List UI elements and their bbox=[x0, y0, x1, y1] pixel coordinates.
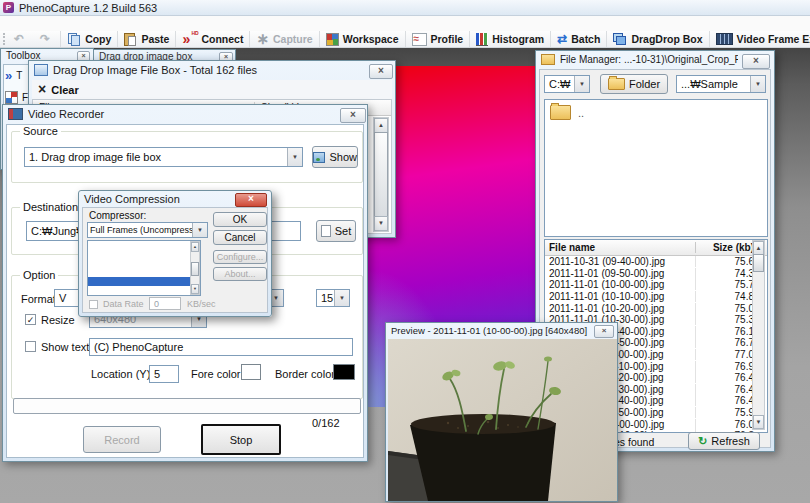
resize-checkbox[interactable] bbox=[25, 314, 36, 325]
codec-scroll-up-icon[interactable] bbox=[191, 242, 199, 252]
data-rate-field[interactable]: 0 bbox=[149, 297, 181, 310]
show-button[interactable]: Show bbox=[312, 146, 358, 168]
video-compression-dialog: Video Compression Compressor: Full Frame… bbox=[78, 190, 272, 317]
scroll-down-icon[interactable] bbox=[374, 216, 388, 231]
preview-close-button[interactable] bbox=[594, 325, 614, 338]
scroll-thumb[interactable] bbox=[374, 132, 388, 219]
ok-button[interactable]: OK bbox=[213, 212, 267, 227]
about-button[interactable]: About... bbox=[213, 267, 267, 281]
toolbar-button[interactable]: Video Frame Extraction bbox=[709, 31, 810, 47]
video-recorder-close-button[interactable] bbox=[340, 108, 366, 123]
preview-image bbox=[388, 339, 617, 501]
data-rate-checkbox[interactable] bbox=[89, 300, 98, 309]
app-titlebar[interactable]: PhenoCapture 1.2 Build 563 bbox=[0, 0, 810, 16]
refresh-button[interactable]: Refresh bbox=[688, 432, 760, 450]
file-manager-close-button[interactable] bbox=[742, 54, 770, 69]
toolbar-button[interactable]: Batch bbox=[550, 31, 606, 47]
toolbar-button[interactable]: Paste bbox=[117, 31, 175, 47]
toolbar-button[interactable]: Workspace bbox=[319, 31, 405, 47]
file-row[interactable]: 2011-11-01 (10-20-00).jpg 75.0 bbox=[545, 302, 767, 314]
file-scroll-up-icon[interactable] bbox=[753, 241, 764, 255]
toolbar-button[interactable]: Copy bbox=[60, 31, 117, 47]
data-rate-label: Data Rate bbox=[103, 299, 144, 309]
toolbar-button[interactable]: Profile bbox=[405, 31, 470, 47]
file-table-scrollbar[interactable] bbox=[752, 240, 765, 430]
fps-value: 15 bbox=[321, 292, 333, 304]
file-scroll-down-icon[interactable] bbox=[753, 415, 764, 429]
file-manager-titlebar[interactable]: File Manager: ...-10-31)\Original_Crop_R… bbox=[536, 51, 774, 68]
toolbar-button[interactable] bbox=[8, 31, 34, 47]
clear-button[interactable]: Clear bbox=[51, 84, 79, 96]
compressor-label: Compressor: bbox=[89, 210, 146, 221]
cancel-button[interactable]: Cancel bbox=[213, 230, 267, 245]
file-row[interactable]: 2011-10-31 (09-40-00).jpg 75.6 bbox=[545, 256, 767, 268]
image-box-icon bbox=[34, 64, 48, 76]
clear-x-icon bbox=[38, 83, 46, 96]
toolbar-button[interactable]: Connect bbox=[175, 31, 249, 47]
compressor-select[interactable]: Full Frames (Uncompressed) bbox=[87, 222, 208, 238]
dragdrop-filebox-toolbar: Clear bbox=[32, 80, 392, 100]
source-select[interactable]: 1. Drag drop image file box bbox=[24, 147, 303, 167]
file-row[interactable]: 2011-11-01 (10-00-00).jpg 75.7 bbox=[545, 279, 767, 291]
border-color-swatch[interactable] bbox=[333, 364, 355, 380]
toolbar-button[interactable]: Histogram bbox=[469, 31, 550, 47]
video-recorder-titlebar[interactable]: Video Recorder bbox=[3, 105, 367, 122]
codec-item[interactable] bbox=[88, 286, 200, 295]
dragdrop-filebox-titlebar[interactable]: Drag Drop Image File Box - Total 162 fil… bbox=[29, 61, 395, 79]
drive-select[interactable]: C:₩ bbox=[544, 75, 590, 93]
toolbox-tool[interactable]: F bbox=[5, 91, 28, 104]
codec-item[interactable] bbox=[88, 241, 200, 250]
show-text-field[interactable]: (C) PhenoCapture bbox=[89, 338, 353, 356]
plant-photo bbox=[388, 339, 617, 501]
toolbox-tool[interactable]: T bbox=[5, 68, 28, 83]
video-recorder-title: Video Recorder bbox=[28, 108, 104, 120]
location-y-field[interactable]: 5 bbox=[149, 365, 179, 383]
fore-color-swatch[interactable] bbox=[241, 364, 261, 380]
toolbar-grip bbox=[3, 33, 5, 45]
file-row[interactable]: 2011-11-01 (09-50-00).jpg 74.3 bbox=[545, 268, 767, 280]
video-frame-icon bbox=[716, 33, 733, 45]
fore-color-label: Fore color bbox=[191, 368, 241, 380]
video-compression-close-button[interactable] bbox=[235, 193, 267, 207]
stop-button[interactable]: Stop bbox=[201, 424, 281, 455]
compressor-value: Full Frames (Uncompressed) bbox=[90, 225, 207, 235]
codec-scroll-down-icon[interactable] bbox=[191, 284, 199, 294]
set-button[interactable]: Set bbox=[316, 220, 356, 242]
fps-select[interactable]: 15 bbox=[316, 289, 350, 307]
codec-item[interactable] bbox=[88, 250, 200, 259]
folder-button[interactable]: Folder bbox=[600, 74, 668, 94]
codec-listbox bbox=[87, 240, 201, 296]
toolbar-button[interactable]: Capture bbox=[249, 31, 318, 47]
codec-scrollbar[interactable] bbox=[190, 241, 200, 295]
dragdrop-filebox-close-button[interactable] bbox=[369, 64, 393, 79]
toolbar-button[interactable] bbox=[34, 31, 60, 47]
preview-titlebar[interactable]: Preview - 2011-11-01 (10-00-00).jpg [640… bbox=[386, 323, 617, 338]
codec-item[interactable] bbox=[88, 268, 200, 277]
data-rate-unit: KB/sec bbox=[187, 299, 216, 309]
file-manager-title: File Manager: ...-10-31)\Original_Crop_R… bbox=[560, 54, 738, 65]
scroll-up-icon[interactable] bbox=[374, 118, 388, 133]
column-size[interactable]: Size (kb) bbox=[695, 242, 758, 253]
path-select[interactable]: ...₩Sample bbox=[676, 75, 766, 93]
workspace-icon bbox=[326, 33, 339, 46]
folder-up-icon bbox=[550, 105, 571, 120]
codec-item[interactable] bbox=[88, 277, 200, 286]
toolbar-button[interactable]: DragDrop Box bbox=[606, 31, 708, 47]
codec-scroll-thumb[interactable] bbox=[191, 262, 199, 276]
show-text-checkbox[interactable] bbox=[25, 341, 36, 352]
dragdrop-scrollbar[interactable] bbox=[373, 117, 389, 232]
menu-bar bbox=[0, 16, 810, 32]
file-scroll-thumb[interactable] bbox=[753, 254, 764, 272]
parent-folder-item[interactable]: .. bbox=[550, 105, 584, 120]
file-row[interactable]: 2011-11-01 (10-10-00).jpg 74.8 bbox=[545, 291, 767, 303]
destination-group-label: Destination bbox=[20, 201, 81, 213]
record-button[interactable]: Record bbox=[83, 426, 161, 453]
column-file-name[interactable]: File name bbox=[545, 242, 695, 253]
codec-item[interactable] bbox=[88, 259, 200, 268]
location-y-value: 5 bbox=[154, 368, 160, 380]
dragdrop-filebox-title: Drag Drop Image File Box - Total 162 fil… bbox=[53, 64, 257, 76]
progress-count: 0/162 bbox=[312, 417, 340, 429]
set-page-icon bbox=[321, 225, 331, 237]
configure-button[interactable]: Configure... bbox=[213, 250, 267, 264]
undo-icon bbox=[14, 33, 24, 46]
